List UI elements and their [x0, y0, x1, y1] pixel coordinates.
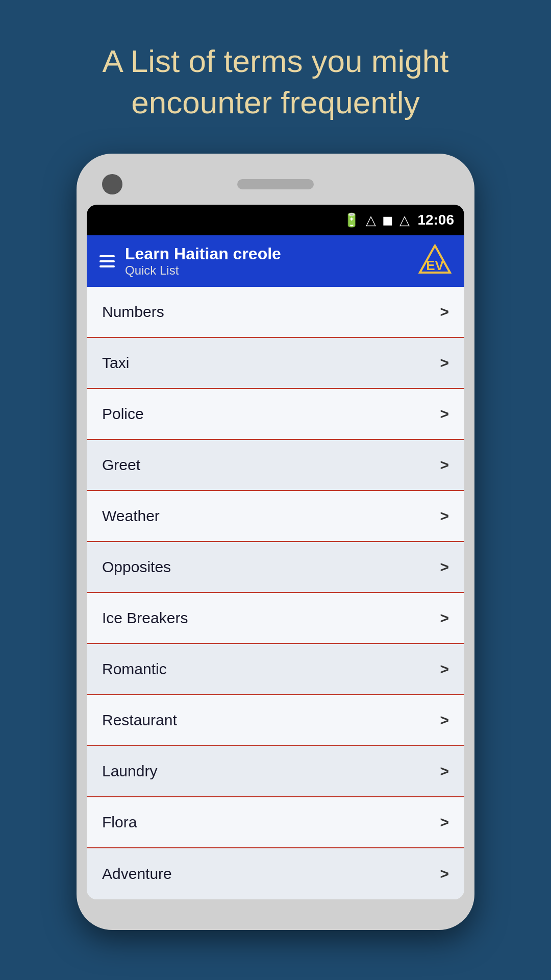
list-item[interactable]: Flora > [87, 797, 464, 848]
list-item-label: Greet [102, 456, 140, 474]
list-item-label: Ice Breakers [102, 609, 188, 627]
list-item-arrow: > [440, 354, 449, 372]
list-item-label: Taxi [102, 354, 129, 372]
phone-mockup: 🔋 △ ◼ △ 12:06 Learn Haitian creole Quick… [77, 154, 474, 930]
header-title: A List of terms you might encounter freq… [0, 0, 551, 154]
list-item-label: Weather [102, 507, 160, 525]
signal-icon: ◼ [382, 212, 393, 228]
list-container: Numbers > Taxi > Police > Greet > Weathe… [87, 287, 464, 899]
list-item[interactable]: Greet > [87, 440, 464, 491]
status-icons: 🔋 △ ◼ △ [343, 212, 410, 228]
list-item-label: Numbers [102, 303, 164, 321]
list-item[interactable]: Numbers > [87, 287, 464, 338]
phone-top-bar [87, 169, 464, 205]
list-item[interactable]: Romantic > [87, 644, 464, 695]
list-item-label: Opposites [102, 558, 171, 576]
list-item[interactable]: Laundry > [87, 746, 464, 797]
list-item-arrow: > [440, 712, 449, 729]
list-item[interactable]: Weather > [87, 491, 464, 542]
list-item-arrow: > [440, 814, 449, 831]
list-item-arrow: > [440, 609, 449, 627]
app-bar: Learn Haitian creole Quick List EV [87, 235, 464, 287]
list-item-arrow: > [440, 763, 449, 780]
page-header: A List of terms you might encounter freq… [0, 0, 551, 154]
list-item-label: Adventure [102, 865, 172, 883]
app-subtitle: Quick List [125, 263, 408, 278]
menu-icon[interactable] [99, 255, 115, 267]
list-item[interactable]: Taxi > [87, 338, 464, 389]
battery-icon: △ [399, 212, 410, 228]
phone-camera [102, 174, 122, 194]
status-bar: 🔋 △ ◼ △ 12:06 [87, 205, 464, 235]
status-time: 12:06 [417, 212, 454, 228]
list-item-arrow: > [440, 660, 449, 678]
list-item-arrow: > [440, 865, 449, 883]
wifi-icon: △ [366, 212, 376, 228]
list-item-label: Restaurant [102, 712, 177, 729]
vibrate-icon: 🔋 [343, 212, 360, 228]
list-item[interactable]: Opposites > [87, 542, 464, 593]
app-title: Learn Haitian creole [125, 244, 408, 263]
list-item-label: Police [102, 405, 144, 423]
list-item-label: Laundry [102, 763, 157, 780]
list-item-arrow: > [440, 405, 449, 423]
list-item[interactable]: Adventure > [87, 848, 464, 899]
app-bar-title-section: Learn Haitian creole Quick List [125, 244, 408, 278]
list-item[interactable]: Restaurant > [87, 695, 464, 746]
app-logo: EV [418, 244, 452, 278]
list-item-label: Romantic [102, 660, 167, 678]
svg-text:EV: EV [426, 258, 444, 273]
list-item-arrow: > [440, 456, 449, 474]
list-item-arrow: > [440, 558, 449, 576]
list-item-label: Flora [102, 814, 137, 831]
list-item-arrow: > [440, 507, 449, 525]
list-item[interactable]: Ice Breakers > [87, 593, 464, 644]
list-item-arrow: > [440, 303, 449, 321]
list-item[interactable]: Police > [87, 389, 464, 440]
phone-speaker [237, 179, 314, 189]
phone-screen: 🔋 △ ◼ △ 12:06 Learn Haitian creole Quick… [87, 205, 464, 899]
